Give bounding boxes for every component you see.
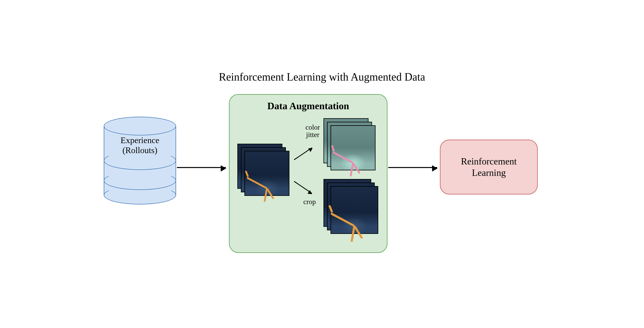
rl-label-line2: Learning (472, 168, 506, 178)
experience-cylinder: Experience (Rollouts) (104, 117, 176, 205)
data-augmentation-box: Data Augmentation color jitter crop (229, 94, 388, 253)
arrow-experience-to-aug (177, 167, 226, 168)
arrow-to-color-jitter (294, 147, 312, 160)
rl-label-line1: Reinforcement (461, 156, 516, 167)
data-augmentation-title: Data Augmentation (230, 100, 387, 112)
diagram-title: Reinforcement Learning with Augmented Da… (0, 71, 644, 83)
crop-label: crop (301, 198, 318, 206)
arrow-to-crop (294, 181, 312, 194)
arrow-aug-to-rl (388, 167, 437, 168)
diagram-canvas: Reinforcement Learning with Augmented Da… (0, 0, 644, 328)
experience-label: Experience (Rollouts) (104, 135, 176, 155)
experience-label-line2: (Rollouts) (122, 145, 157, 155)
reinforcement-learning-box: Reinforcement Learning (440, 140, 538, 195)
experience-label-line1: Experience (120, 135, 159, 145)
color-jitter-label: color jitter (302, 124, 324, 139)
